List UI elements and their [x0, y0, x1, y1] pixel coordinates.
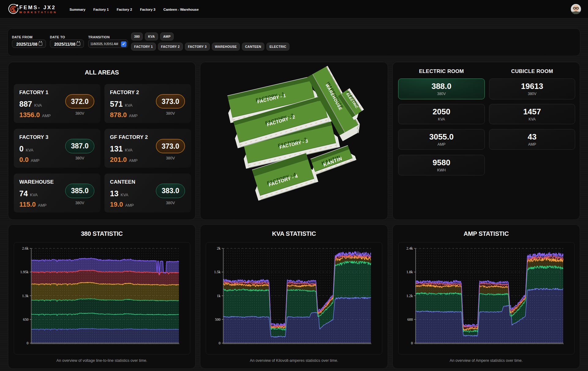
- svg-text:2k: 2k: [217, 246, 221, 251]
- svg-text:650: 650: [23, 317, 28, 322]
- svg-text:1.95k: 1.95k: [20, 270, 28, 274]
- svg-text:1.5k: 1.5k: [214, 270, 221, 274]
- svg-text:1.8k: 1.8k: [406, 270, 413, 274]
- svg-text:0: 0: [27, 341, 28, 345]
- svg-text:0: 0: [411, 341, 413, 345]
- svg-text:1.2k: 1.2k: [406, 294, 413, 298]
- svg-text:0: 0: [219, 341, 221, 345]
- svg-text:2.4k: 2.4k: [406, 246, 413, 251]
- svg-text:600: 600: [407, 317, 413, 322]
- svg-text:1k: 1k: [217, 294, 221, 298]
- svg-text:2.6k: 2.6k: [22, 246, 28, 251]
- svg-text:500: 500: [215, 317, 221, 322]
- svg-text:1.3k: 1.3k: [22, 294, 28, 298]
